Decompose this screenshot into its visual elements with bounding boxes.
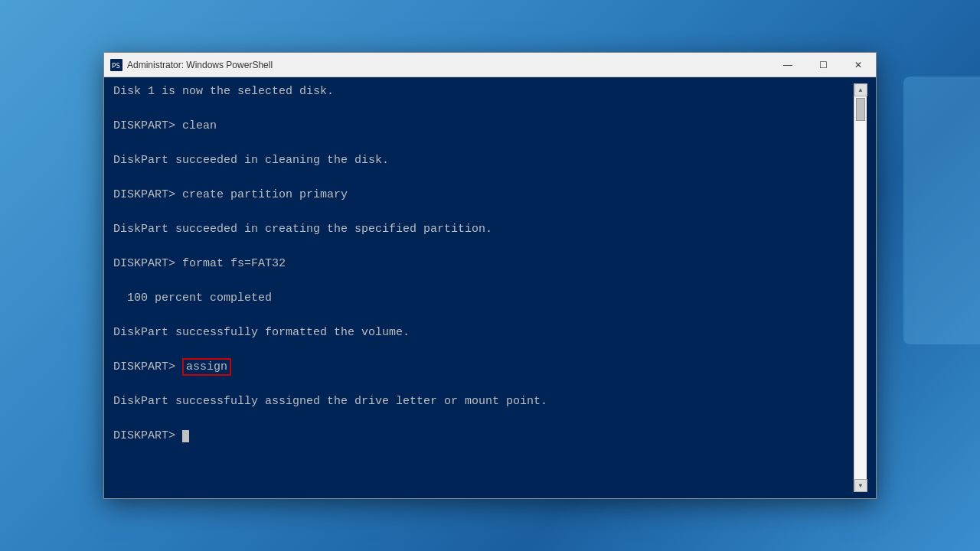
- line-format-result: DiskPart successfully formatted the volu…: [113, 324, 854, 342]
- line-clean-result: DiskPart succeeded in cleaning the disk.: [113, 152, 854, 170]
- line-empty-5: [113, 239, 854, 256]
- cursor: [182, 430, 189, 442]
- line-clean-cmd: DISKPART> clean: [113, 118, 854, 135]
- line-empty-4: [113, 204, 854, 222]
- line-assign-cmd: DISKPART> assign: [113, 359, 854, 377]
- line-prompt-final: DISKPART>: [113, 428, 854, 445]
- scroll-up-arrow[interactable]: ▲: [854, 83, 867, 96]
- svg-text:PS: PS: [112, 62, 120, 70]
- line-format-progress: 100 percent completed: [113, 290, 854, 308]
- desktop-decoration: [903, 77, 980, 344]
- line-create-result: DiskPart succeeded in creating the speci…: [113, 221, 854, 239]
- assign-highlight: assign: [182, 358, 231, 376]
- line-disk-selected: Disk 1 is now the selected disk.: [113, 83, 854, 101]
- line-empty-8: [113, 342, 854, 360]
- line-empty-2: [113, 135, 854, 153]
- titlebar: PS Administrator: Windows PowerShell — ☐…: [104, 53, 876, 77]
- line-empty-3: [113, 170, 854, 187]
- powershell-icon: PS: [110, 59, 122, 71]
- close-button[interactable]: ✕: [841, 53, 876, 77]
- line-create-cmd: DISKPART> create partition primary: [113, 187, 854, 204]
- line-empty-7: [113, 308, 854, 325]
- line-empty-10: [113, 411, 854, 429]
- window-controls: — ☐ ✕: [770, 53, 876, 77]
- terminal-output: Disk 1 is now the selected disk. DISKPAR…: [113, 83, 854, 492]
- scroll-down-arrow[interactable]: ▼: [854, 479, 867, 492]
- terminal-area[interactable]: Disk 1 is now the selected disk. DISKPAR…: [104, 77, 876, 498]
- line-assign-result: DiskPart successfully assigned the drive…: [113, 393, 854, 411]
- powershell-window: PS Administrator: Windows PowerShell — ☐…: [103, 52, 877, 499]
- scrollbar-thumb[interactable]: [856, 98, 865, 121]
- titlebar-left: PS Administrator: Windows PowerShell: [110, 59, 273, 71]
- line-format-cmd: DISKPART> format fs=FAT32: [113, 256, 854, 273]
- maximize-button[interactable]: ☐: [805, 53, 841, 77]
- line-empty-9: [113, 377, 854, 394]
- scrollbar-thumb-area[interactable]: [854, 96, 867, 479]
- line-empty-1: [113, 101, 854, 119]
- line-empty-6: [113, 273, 854, 291]
- minimize-button[interactable]: —: [770, 53, 805, 77]
- window-title: Administrator: Windows PowerShell: [127, 60, 273, 70]
- scrollbar-track[interactable]: ▲ ▼: [854, 83, 867, 492]
